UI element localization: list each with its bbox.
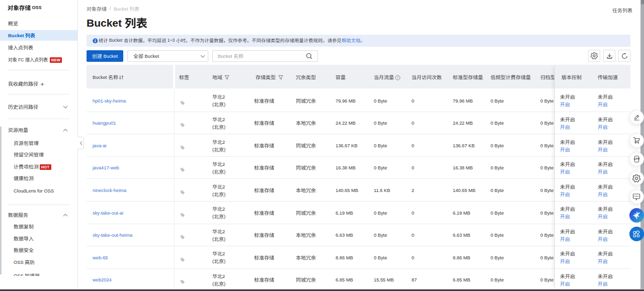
svg-text:APP: APP xyxy=(633,157,639,160)
